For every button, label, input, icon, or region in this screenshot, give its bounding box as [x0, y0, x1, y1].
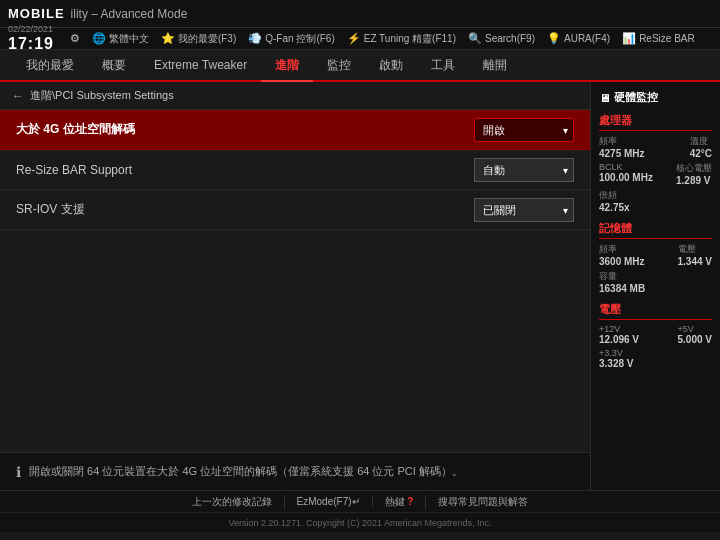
setting-row-sr-iov[interactable]: SR-IOV 支援 已關閉 開啟: [0, 190, 590, 230]
aura-icon: 💡: [547, 32, 561, 45]
sidebar-section-memory: 記憶體: [599, 221, 712, 239]
setting-value-sr-iov: 已關閉 開啟: [474, 198, 574, 222]
last-change-item[interactable]: 上一次的修改記錄: [180, 495, 285, 509]
sidebar-row-3v3: +3.3V 3.328 V: [599, 348, 712, 369]
v5-label: +5V: [678, 324, 712, 334]
mem-volt-label: 電壓: [678, 243, 712, 256]
resize-bar-item[interactable]: 📊 ReSize BAR: [622, 32, 695, 45]
mem-freq-value: 3600 MHz: [599, 256, 645, 267]
back-arrow-icon[interactable]: ←: [12, 89, 24, 103]
lightning-icon: ⚡: [347, 32, 361, 45]
setting-label-sr-iov: SR-IOV 支援: [16, 201, 474, 218]
sidebar-title: 🖥 硬體監控: [599, 90, 712, 105]
resize-icon: 📊: [622, 32, 636, 45]
select-above4g[interactable]: 開啟 關閉: [474, 118, 574, 142]
ezmode-label: EzMode(F7): [297, 496, 352, 507]
sidebar-section-cpu: 處理器: [599, 113, 712, 131]
aura-label: AURA(F4): [564, 33, 610, 44]
favorites-item[interactable]: ⭐ 我的最愛(F3): [161, 32, 236, 46]
cpu-freq-value: 4275 MHz: [599, 148, 645, 159]
sidebar-row-mem-capacity: 容量 16384 MB: [599, 270, 712, 294]
logo: MOBILE: [8, 6, 65, 21]
setting-label-above4g: 大於 4G 位址空間解碼: [16, 121, 474, 138]
last-change-label: 上一次的修改記錄: [192, 496, 272, 507]
sidebar-row-bclk-voltage: BCLK 100.00 MHz 核心電壓 1.289 V: [599, 162, 712, 186]
search-icon: 🔍: [468, 32, 482, 45]
language-label: 繁體中文: [109, 32, 149, 46]
sidebar-row-mem-freq-volt: 頻率 3600 MHz 電壓 1.344 V: [599, 243, 712, 267]
info-message: ℹ 開啟或關閉 64 位元裝置在大於 4G 位址空間的解碼（僅當系統支援 64 …: [0, 452, 590, 490]
select-wrapper-above4g[interactable]: 開啟 關閉: [474, 118, 574, 142]
language-item[interactable]: 🌐 繁體中文: [92, 32, 149, 46]
eztuning-item[interactable]: ⚡ EZ Tuning 精靈(F11): [347, 32, 456, 46]
content-area: ← 進階\PCI Subsystem Settings 大於 4G 位址空間解碼…: [0, 82, 590, 490]
sidebar-row-multiplier: 倍頻 42.75x: [599, 189, 712, 213]
setting-value-above4g: 開啟 關閉: [474, 118, 574, 142]
eztuning-label: EZ Tuning 精靈(F11): [364, 32, 456, 46]
setting-value-resize-bar: 自動 開啟 關閉: [474, 158, 574, 182]
hotkeys-key: ?: [407, 496, 413, 507]
nav-monitor[interactable]: 監控: [313, 50, 365, 82]
v5-value: 5.000 V: [678, 334, 712, 345]
search-item[interactable]: 🔍 Search(F9): [468, 32, 535, 45]
multiplier-label: 倍頻: [599, 189, 630, 202]
v12-label: +12V: [599, 324, 639, 334]
version-bar: Version 2.20.1271. Copyright (C) 2021 Am…: [0, 512, 720, 532]
nav-overview[interactable]: 概要: [88, 50, 140, 82]
setting-label-resize-bar: Re-Size BAR Support: [16, 163, 474, 177]
aura-item[interactable]: 💡 AURA(F4): [547, 32, 610, 45]
nav-bar: 我的最愛 概要 Extreme Tweaker 進階 監控 啟動 工具 離開: [0, 50, 720, 82]
nav-exit[interactable]: 離開: [469, 50, 521, 82]
version-text: Version 2.20.1271. Copyright (C) 2021 Am…: [228, 518, 491, 528]
mem-volt-value: 1.344 V: [678, 256, 712, 267]
qfan-item[interactable]: 💨 Q-Fan 控制(F6): [248, 32, 334, 46]
cpu-temp-value: 42°C: [690, 148, 712, 159]
date-time: 02/22/2021 17:19: [8, 25, 54, 52]
date: 02/22/2021: [8, 25, 54, 35]
favorites-label: 我的最愛(F3): [178, 32, 236, 46]
v3v3-label: +3.3V: [599, 348, 633, 358]
search-label: Search(F9): [485, 33, 535, 44]
mem-capacity-value: 16384 MB: [599, 283, 645, 294]
select-resize-bar[interactable]: 自動 開啟 關閉: [474, 158, 574, 182]
cpu-freq-label: 頻率: [599, 135, 645, 148]
qfan-label: Q-Fan 控制(F6): [265, 32, 334, 46]
title-text: ility – Advanced Mode: [71, 7, 188, 21]
sidebar-row-freq-temp: 頻率 4275 MHz 溫度 42°C: [599, 135, 712, 159]
right-sidebar: 🖥 硬體監控 處理器 頻率 4275 MHz 溫度 42°C BCLK 100.…: [590, 82, 720, 490]
nav-tools[interactable]: 工具: [417, 50, 469, 82]
setting-row-above4g[interactable]: 大於 4G 位址空間解碼 開啟 關閉: [0, 110, 590, 150]
help-item[interactable]: 搜尋常見問題與解答: [426, 495, 540, 509]
resize-bar-label: ReSize BAR: [639, 33, 695, 44]
hotkeys-item[interactable]: 熱鍵 ?: [373, 495, 427, 509]
breadcrumb-path: 進階\PCI Subsystem Settings: [30, 88, 174, 103]
info-icon: ℹ: [16, 464, 21, 480]
select-wrapper-sr-iov[interactable]: 已關閉 開啟: [474, 198, 574, 222]
setting-row-resize-bar[interactable]: Re-Size BAR Support 自動 開啟 關閉: [0, 150, 590, 190]
gear-icon[interactable]: ⚙: [70, 32, 80, 45]
empty-space: [0, 230, 590, 390]
cpu-temp-label: 溫度: [690, 135, 712, 148]
help-label: 搜尋常見問題與解答: [438, 496, 528, 507]
bottom-bar: 上一次的修改記錄 EzMode(F7)↵ 熱鍵 ? 搜尋常見問題與解答: [0, 490, 720, 512]
nav-favorites[interactable]: 我的最愛: [12, 50, 88, 82]
nav-boot[interactable]: 啟動: [365, 50, 417, 82]
select-wrapper-resize-bar[interactable]: 自動 開啟 關閉: [474, 158, 574, 182]
fan-icon: 💨: [248, 32, 262, 45]
bclk-value: 100.00 MHz: [599, 172, 653, 183]
mem-capacity-label: 容量: [599, 270, 645, 283]
nav-advanced[interactable]: 進階: [261, 50, 313, 82]
hotkeys-label: 熱鍵: [385, 496, 405, 507]
ezmode-icon: ↵: [352, 496, 360, 507]
bclk-label: BCLK: [599, 162, 653, 172]
title-bar: MOBILE ility – Advanced Mode: [0, 0, 720, 28]
info-bar: 02/22/2021 17:19 ⚙ 🌐 繁體中文 ⭐ 我的最愛(F3) 💨 Q…: [0, 28, 720, 50]
main-layout: ← 進階\PCI Subsystem Settings 大於 4G 位址空間解碼…: [0, 82, 720, 490]
star-icon: ⭐: [161, 32, 175, 45]
nav-extreme-tweaker[interactable]: Extreme Tweaker: [140, 50, 261, 82]
select-sr-iov[interactable]: 已關閉 開啟: [474, 198, 574, 222]
settings-area: 大於 4G 位址空間解碼 開啟 關閉 Re-Size BAR Support: [0, 110, 590, 452]
sidebar-title-text: 硬體監控: [614, 90, 658, 105]
ezmode-item[interactable]: EzMode(F7)↵: [285, 496, 373, 507]
sidebar-row-12v-5v: +12V 12.096 V +5V 5.000 V: [599, 324, 712, 345]
